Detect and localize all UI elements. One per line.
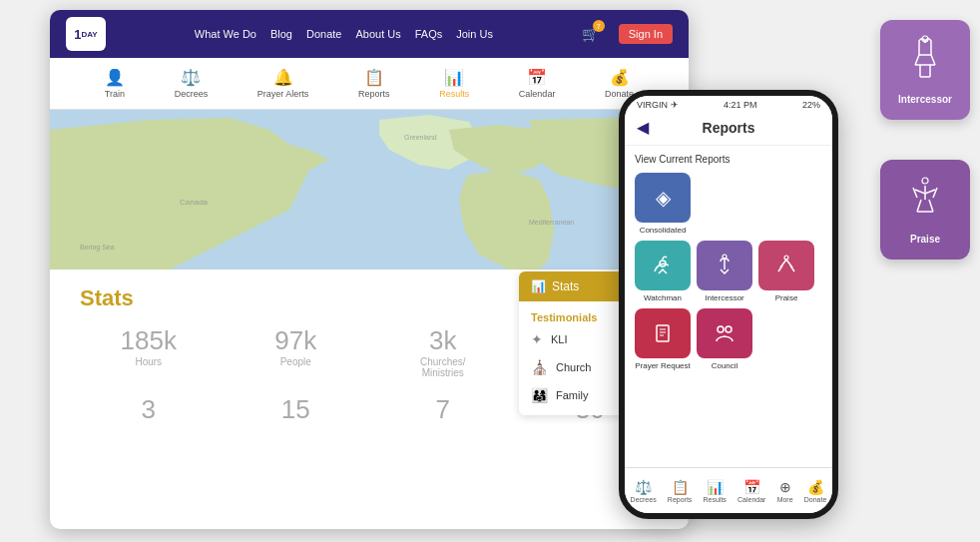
nav-links: What We Do Blog Donate About Us FAQs Joi… — [126, 28, 562, 40]
stat-people-number: 97k — [274, 325, 316, 356]
consolidated-card[interactable]: ◈ Consolidated — [635, 173, 691, 235]
stat-churches-label: Churches/ Ministries — [420, 356, 466, 378]
cart-badge: 7 — [593, 20, 605, 32]
praise-card[interactable]: Praise — [758, 241, 814, 302]
report-cards-row2: Watchman Intercessor — [635, 241, 822, 302]
nav-donate[interactable]: Donate — [306, 28, 341, 40]
family-label: Family — [556, 389, 588, 401]
calendar-icon: 📅 — [527, 68, 547, 87]
stat-hours-number: 185k — [121, 325, 177, 356]
praise-side-icon — [907, 176, 943, 228]
bar-chart-icon: 📊 — [531, 279, 546, 293]
mobile-reports-icon: 📋 — [672, 479, 689, 495]
prayer-request-card[interactable]: Prayer Request — [635, 308, 691, 370]
train-label: Train — [105, 89, 125, 99]
toolbar-results[interactable]: 📊 Results — [439, 68, 469, 99]
stat-r2-2: 7 — [374, 394, 512, 425]
watchman-card[interactable]: Watchman — [635, 241, 691, 302]
mobile-content: View Current Reports ◈ Consolidated Watc… — [625, 146, 832, 473]
intercessor-card[interactable]: Intercessor — [697, 241, 752, 302]
mobile-nav-decrees[interactable]: ⚖️ Decrees — [631, 479, 657, 503]
toolbar-reports[interactable]: 📋 Reports — [358, 68, 390, 99]
stat-churches: 3k Churches/ Ministries — [374, 325, 512, 378]
toolbar-donate[interactable]: 💰 Donate — [605, 68, 634, 99]
results-icon: 📊 — [444, 68, 464, 87]
results-label: Results — [439, 89, 469, 99]
mobile-bottom-nav: ⚖️ Decrees 📋 Reports 📊 Results 📅 Calenda… — [625, 467, 832, 513]
council-label: Council — [712, 361, 738, 370]
svg-text:Bering Sea: Bering Sea — [80, 244, 115, 252]
watchman-label: Watchman — [644, 293, 682, 302]
mobile-nav-reports[interactable]: 📋 Reports — [668, 479, 693, 503]
stat-people: 97k People — [228, 325, 365, 378]
mobile-nav-more[interactable]: ⊕ More — [777, 479, 793, 503]
carrier-label: VIRGIN ✈ — [637, 100, 679, 110]
church-icon: ⛪ — [531, 359, 548, 375]
watchman-icon — [635, 241, 691, 290]
nav-blog[interactable]: Blog — [270, 28, 292, 40]
mobile-nav-donate[interactable]: 💰 Donate — [804, 479, 827, 503]
council-card[interactable]: Council — [697, 308, 752, 370]
stat-churches-number: 3k — [429, 325, 456, 356]
stat-r2-2-number: 7 — [436, 394, 450, 425]
consolidated-row: ◈ Consolidated — [635, 173, 822, 235]
stat-r2-0-number: 3 — [142, 394, 156, 425]
desktop-browser: 1 DAY What We Do Blog Donate About Us FA… — [50, 10, 689, 529]
intercessor-side-card[interactable]: Intercessor — [880, 20, 970, 120]
back-button[interactable]: ◀ — [637, 118, 649, 137]
toolbar-decrees[interactable]: ⚖️ Decrees — [175, 68, 209, 99]
stats-button-label: Stats — [552, 279, 579, 293]
stat-hours-label: Hours — [135, 356, 162, 367]
prayer-request-label: Prayer Request — [635, 361, 691, 370]
mobile-donate-label: Donate — [804, 496, 827, 503]
toolbar-prayer-alerts[interactable]: 🔔 Prayer Alerts — [257, 68, 309, 99]
mobile-nav-results[interactable]: 📊 Results — [704, 479, 727, 503]
intercessor-label: Intercessor — [705, 293, 744, 302]
toolbar-train[interactable]: 👤 Train — [105, 68, 125, 99]
nav-join-us[interactable]: Join Us — [456, 28, 493, 40]
stat-r2-0: 3 — [80, 394, 218, 425]
nav-what-we-do[interactable]: What We Do — [195, 28, 256, 40]
svg-point-10 — [718, 326, 724, 332]
calendar-label: Calendar — [519, 89, 556, 99]
kli-label: KLI — [551, 333, 568, 345]
mobile-calendar-label: Calendar — [737, 496, 765, 503]
mobile-calendar-icon: 📅 — [743, 479, 760, 495]
mobile-donate-icon: 💰 — [807, 479, 824, 495]
svg-rect-9 — [657, 325, 669, 341]
nav-faqs[interactable]: FAQs — [415, 28, 443, 40]
mobile-status-bar: VIRGIN ✈ 4:21 PM 22% — [625, 96, 832, 114]
praise-icon — [758, 241, 814, 290]
stat-people-label: People — [280, 356, 311, 367]
church-label: Church — [556, 361, 591, 373]
stat-hours: 185k Hours — [80, 325, 218, 378]
mobile-device: VIRGIN ✈ 4:21 PM 22% ◀ Reports View Curr… — [619, 90, 838, 519]
report-cards-row3: Prayer Request Council — [635, 308, 822, 370]
mobile-more-label: More — [777, 496, 793, 503]
svg-point-11 — [726, 326, 732, 332]
decrees-label: Decrees — [175, 89, 209, 99]
consolidated-label: Consolidated — [640, 226, 687, 235]
stat-r2-1-number: 15 — [281, 394, 310, 425]
mobile-decrees-label: Decrees — [631, 496, 657, 503]
praise-side-label: Praise — [910, 234, 940, 245]
cart-icon[interactable]: 🛒 7 — [582, 26, 599, 42]
nav-logo: 1 DAY — [66, 17, 106, 51]
time-label: 4:21 PM — [724, 100, 757, 110]
toolbar-calendar[interactable]: 📅 Calendar — [519, 68, 556, 99]
intercessor-icon — [697, 241, 752, 290]
sign-in-button[interactable]: Sign In — [619, 24, 673, 44]
mobile-decrees-icon: ⚖️ — [635, 479, 652, 495]
mobile-nav-calendar[interactable]: 📅 Calendar — [737, 479, 765, 503]
intercessor-side-icon — [907, 35, 943, 88]
mobile-page-title: Reports — [703, 120, 755, 136]
family-icon: 👨‍👩‍👧 — [531, 387, 548, 403]
nav-about-us[interactable]: About Us — [355, 28, 400, 40]
praise-side-card[interactable]: Praise — [880, 160, 970, 260]
prayer-alerts-icon: 🔔 — [273, 68, 293, 87]
mobile-results-icon: 📊 — [707, 479, 724, 495]
map-area: Canada Bering Sea Mediterranean Greenlan… — [50, 110, 689, 270]
donate-icon: 💰 — [610, 68, 630, 87]
prayer-request-icon — [635, 308, 691, 358]
svg-point-13 — [922, 178, 928, 184]
